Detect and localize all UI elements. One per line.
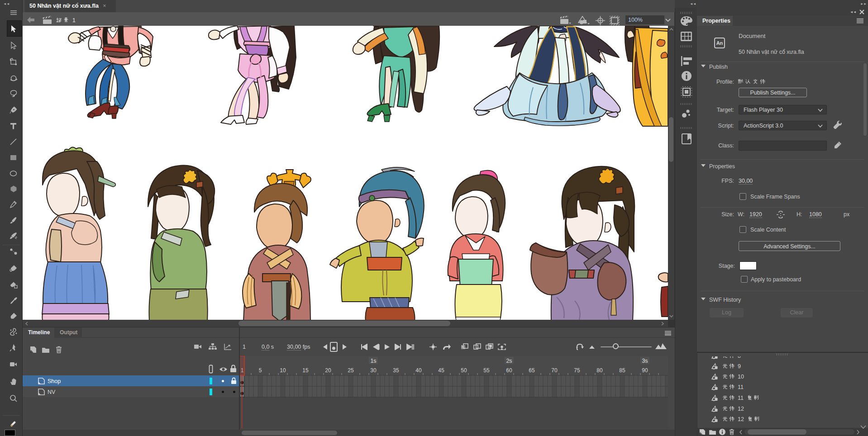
svg-text:40: 40 bbox=[415, 367, 422, 374]
svg-text:30: 30 bbox=[370, 367, 377, 374]
svg-text:75: 75 bbox=[574, 367, 580, 374]
svg-text:65: 65 bbox=[529, 367, 535, 374]
svg-text:55: 55 bbox=[483, 367, 490, 374]
svg-text:1s: 1s bbox=[370, 358, 376, 364]
svg-text:60: 60 bbox=[506, 367, 512, 374]
svg-text:25: 25 bbox=[348, 367, 354, 374]
svg-text:80: 80 bbox=[596, 367, 603, 374]
svg-text:5: 5 bbox=[259, 367, 262, 374]
svg-text:45: 45 bbox=[438, 367, 444, 374]
svg-text:2s: 2s bbox=[506, 358, 512, 364]
svg-text:85: 85 bbox=[619, 367, 625, 374]
svg-text:3s: 3s bbox=[642, 358, 648, 364]
svg-text:90: 90 bbox=[642, 367, 648, 374]
svg-text:35: 35 bbox=[393, 367, 399, 374]
svg-text:70: 70 bbox=[551, 367, 558, 374]
svg-text:20: 20 bbox=[325, 367, 331, 374]
svg-text:15: 15 bbox=[302, 367, 309, 374]
svg-text:10: 10 bbox=[280, 367, 286, 374]
svg-text:50: 50 bbox=[461, 367, 467, 374]
